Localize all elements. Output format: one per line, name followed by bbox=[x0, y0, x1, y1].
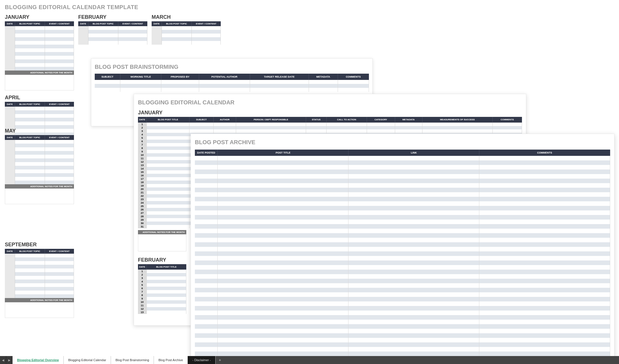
table-row[interactable] bbox=[195, 274, 610, 279]
tab-nav-prev-icon[interactable]: ◀ bbox=[0, 356, 6, 364]
table-row[interactable] bbox=[195, 292, 610, 297]
notes-area[interactable] bbox=[5, 302, 74, 318]
table-row[interactable] bbox=[195, 251, 610, 256]
table-row[interactable] bbox=[78, 37, 147, 41]
table-row[interactable] bbox=[195, 265, 610, 270]
table-row[interactable] bbox=[5, 158, 74, 162]
table-row[interactable] bbox=[195, 311, 610, 315]
table-row[interactable] bbox=[5, 45, 74, 48]
table-row[interactable] bbox=[5, 110, 74, 114]
table-row[interactable] bbox=[152, 30, 221, 34]
table-row[interactable] bbox=[5, 287, 74, 291]
table-row[interactable] bbox=[195, 260, 610, 265]
table-row[interactable] bbox=[5, 283, 74, 287]
table-row[interactable] bbox=[195, 324, 610, 329]
table-row[interactable] bbox=[5, 107, 74, 110]
table-row[interactable] bbox=[5, 177, 74, 181]
table-row[interactable] bbox=[195, 210, 610, 215]
tab-nav-next-icon[interactable]: ▶ bbox=[6, 356, 13, 364]
table-row[interactable] bbox=[5, 30, 74, 34]
table-row[interactable]: 5 bbox=[138, 283, 186, 287]
table-row[interactable]: 3 bbox=[138, 276, 186, 280]
table-row[interactable] bbox=[195, 233, 610, 238]
add-sheet-button[interactable]: + bbox=[216, 356, 224, 364]
table-row[interactable] bbox=[195, 197, 610, 201]
table-row[interactable] bbox=[152, 34, 221, 37]
table-row[interactable] bbox=[195, 288, 610, 292]
table-row[interactable] bbox=[195, 160, 610, 165]
table-row[interactable] bbox=[152, 37, 221, 41]
table-row[interactable]: 1 bbox=[138, 270, 186, 273]
table-row[interactable] bbox=[195, 347, 610, 351]
table-row[interactable] bbox=[5, 48, 74, 52]
table-row[interactable] bbox=[78, 26, 147, 30]
sheet-tab[interactable]: Blogging Editorial Overview bbox=[13, 356, 64, 364]
table-row[interactable] bbox=[5, 162, 74, 166]
table-row[interactable] bbox=[5, 155, 74, 158]
table-row[interactable] bbox=[152, 41, 221, 45]
table-row[interactable] bbox=[78, 30, 147, 34]
table-row[interactable] bbox=[5, 294, 74, 298]
table-row[interactable] bbox=[195, 338, 610, 342]
table-row[interactable] bbox=[195, 169, 610, 174]
table-row[interactable]: 9 bbox=[138, 297, 186, 300]
table-row[interactable] bbox=[195, 215, 610, 220]
table-row[interactable] bbox=[5, 280, 74, 283]
table-row[interactable] bbox=[95, 88, 369, 92]
table-row[interactable] bbox=[195, 283, 610, 288]
table-row[interactable] bbox=[5, 121, 74, 125]
table-row[interactable]: 2 bbox=[138, 273, 186, 276]
table-row[interactable] bbox=[78, 34, 147, 37]
table-row[interactable] bbox=[5, 265, 74, 268]
table-row[interactable] bbox=[78, 41, 147, 45]
table-row[interactable] bbox=[195, 183, 610, 188]
table-row[interactable] bbox=[195, 333, 610, 338]
table-row[interactable] bbox=[195, 329, 610, 333]
table-row[interactable] bbox=[195, 220, 610, 224]
table-row[interactable] bbox=[195, 179, 610, 183]
table-row[interactable] bbox=[195, 297, 610, 301]
table-row[interactable] bbox=[195, 238, 610, 242]
table-row[interactable] bbox=[5, 41, 74, 45]
table-row[interactable] bbox=[5, 63, 74, 67]
table-row[interactable]: 7 bbox=[138, 290, 186, 293]
table-row[interactable] bbox=[95, 84, 369, 88]
table-row[interactable] bbox=[195, 165, 610, 169]
table-row[interactable] bbox=[195, 206, 610, 210]
table-row[interactable] bbox=[5, 291, 74, 294]
table-row[interactable] bbox=[5, 268, 74, 272]
table-row[interactable] bbox=[5, 52, 74, 56]
table-row[interactable] bbox=[195, 315, 610, 320]
table-row[interactable] bbox=[195, 156, 610, 160]
table-row[interactable] bbox=[195, 306, 610, 311]
table-row[interactable] bbox=[5, 118, 74, 121]
table-row[interactable] bbox=[195, 320, 610, 324]
table-row[interactable] bbox=[5, 254, 74, 257]
table-row[interactable]: 6 bbox=[138, 287, 186, 290]
table-row[interactable] bbox=[5, 26, 74, 30]
table-row[interactable] bbox=[195, 256, 610, 260]
table-row[interactable] bbox=[5, 151, 74, 155]
table-row[interactable] bbox=[5, 169, 74, 173]
table-row[interactable] bbox=[5, 140, 74, 144]
table-row[interactable] bbox=[195, 242, 610, 247]
notes-area[interactable] bbox=[5, 75, 74, 90]
table-row[interactable] bbox=[5, 276, 74, 280]
table-row[interactable] bbox=[195, 201, 610, 206]
table-row[interactable] bbox=[5, 272, 74, 276]
table-row[interactable] bbox=[152, 26, 221, 30]
table-row[interactable] bbox=[195, 351, 610, 356]
table-row[interactable] bbox=[5, 181, 74, 184]
table-row[interactable] bbox=[5, 56, 74, 59]
table-row[interactable] bbox=[195, 188, 610, 192]
table-row[interactable]: 13 bbox=[138, 311, 186, 314]
table-row[interactable]: 10 bbox=[138, 300, 186, 304]
table-row[interactable] bbox=[5, 166, 74, 169]
sheet-tab[interactable]: - Disclaimer - bbox=[188, 356, 216, 364]
table-row[interactable] bbox=[195, 192, 610, 197]
table-row[interactable] bbox=[5, 144, 74, 147]
editorial-notes-area[interactable] bbox=[138, 234, 186, 251]
table-row[interactable] bbox=[5, 59, 74, 63]
table-row[interactable] bbox=[195, 279, 610, 283]
table-row[interactable] bbox=[195, 229, 610, 233]
